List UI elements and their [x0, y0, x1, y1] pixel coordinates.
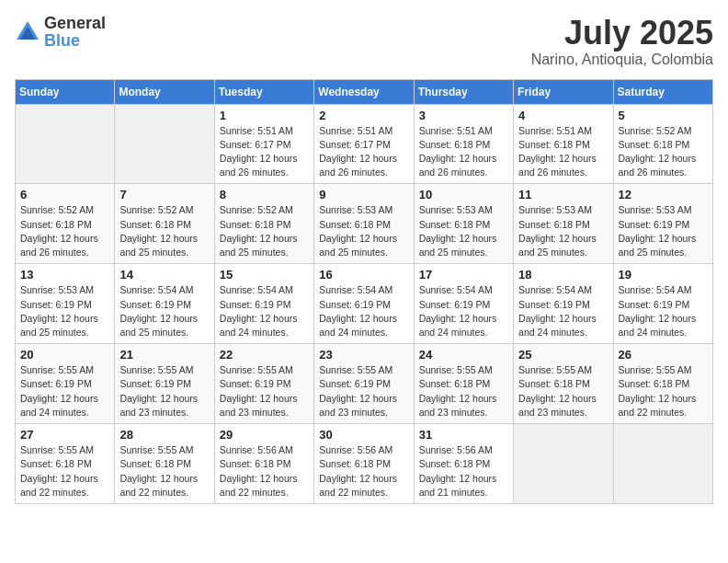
day-info: Sunrise: 5:55 AM Sunset: 6:19 PM Dayligh… [319, 363, 408, 419]
table-row: 23Sunrise: 5:55 AM Sunset: 6:19 PM Dayli… [314, 344, 414, 424]
day-number: 3 [419, 109, 508, 122]
table-row: 5Sunrise: 5:52 AM Sunset: 6:18 PM Daylig… [613, 104, 712, 184]
day-number: 22 [220, 348, 309, 362]
col-monday: Monday [115, 79, 214, 104]
day-number: 31 [419, 428, 508, 442]
day-info: Sunrise: 5:55 AM Sunset: 6:18 PM Dayligh… [419, 363, 508, 419]
table-row: 17Sunrise: 5:54 AM Sunset: 6:19 PM Dayli… [414, 264, 513, 344]
table-row: 19Sunrise: 5:54 AM Sunset: 6:19 PM Dayli… [613, 264, 712, 344]
table-row: 1Sunrise: 5:51 AM Sunset: 6:17 PM Daylig… [214, 104, 313, 184]
day-number: 9 [319, 188, 408, 201]
day-info: Sunrise: 5:51 AM Sunset: 6:18 PM Dayligh… [419, 124, 508, 180]
table-row: 22Sunrise: 5:55 AM Sunset: 6:19 PM Dayli… [214, 344, 313, 424]
day-info: Sunrise: 5:54 AM Sunset: 6:19 PM Dayligh… [619, 283, 708, 339]
day-number: 29 [220, 428, 309, 442]
calendar-week-1: 1Sunrise: 5:51 AM Sunset: 6:17 PM Daylig… [16, 104, 713, 184]
day-info: Sunrise: 5:53 AM Sunset: 6:19 PM Dayligh… [619, 203, 708, 259]
table-row: 30Sunrise: 5:56 AM Sunset: 6:18 PM Dayli… [314, 424, 414, 504]
day-info: Sunrise: 5:55 AM Sunset: 6:18 PM Dayligh… [20, 443, 109, 500]
table-row: 18Sunrise: 5:54 AM Sunset: 6:19 PM Dayli… [514, 264, 613, 344]
table-row: 15Sunrise: 5:54 AM Sunset: 6:19 PM Dayli… [214, 264, 313, 344]
day-number: 1 [220, 109, 309, 122]
logo-text-general: General [44, 14, 106, 32]
table-row: 16Sunrise: 5:54 AM Sunset: 6:19 PM Dayli… [314, 264, 414, 344]
day-info: Sunrise: 5:51 AM Sunset: 6:17 PM Dayligh… [220, 124, 309, 180]
day-info: Sunrise: 5:52 AM Sunset: 6:18 PM Dayligh… [619, 124, 708, 180]
day-info: Sunrise: 5:55 AM Sunset: 6:19 PM Dayligh… [119, 363, 209, 419]
day-info: Sunrise: 5:56 AM Sunset: 6:18 PM Dayligh… [419, 443, 508, 500]
day-info: Sunrise: 5:52 AM Sunset: 6:18 PM Dayligh… [119, 203, 209, 259]
col-wednesday: Wednesday [314, 79, 414, 104]
col-friday: Friday [514, 79, 613, 104]
col-thursday: Thursday [414, 79, 513, 104]
table-row: 14Sunrise: 5:54 AM Sunset: 6:19 PM Dayli… [115, 264, 214, 344]
table-row: 21Sunrise: 5:55 AM Sunset: 6:19 PM Dayli… [115, 344, 214, 424]
table-row: 20Sunrise: 5:55 AM Sunset: 6:19 PM Dayli… [16, 344, 115, 424]
day-info: Sunrise: 5:54 AM Sunset: 6:19 PM Dayligh… [220, 283, 309, 339]
table-row: 31Sunrise: 5:56 AM Sunset: 6:18 PM Dayli… [414, 424, 513, 504]
day-info: Sunrise: 5:53 AM Sunset: 6:19 PM Dayligh… [20, 283, 109, 339]
table-row: 26Sunrise: 5:55 AM Sunset: 6:18 PM Dayli… [613, 344, 712, 424]
day-number: 4 [518, 109, 608, 122]
title-block: July 2025 Narino, Antioquia, Colombia [531, 15, 713, 68]
calendar-table: Sunday Monday Tuesday Wednesday Thursday… [15, 79, 713, 504]
day-number: 7 [119, 188, 209, 201]
day-number: 24 [419, 348, 508, 362]
day-number: 20 [20, 348, 109, 362]
logo-icon [15, 19, 40, 45]
calendar-week-2: 6Sunrise: 5:52 AM Sunset: 6:18 PM Daylig… [16, 184, 713, 264]
table-row: 28Sunrise: 5:55 AM Sunset: 6:18 PM Dayli… [115, 424, 214, 504]
day-info: Sunrise: 5:55 AM Sunset: 6:19 PM Dayligh… [20, 363, 109, 419]
table-row: 10Sunrise: 5:53 AM Sunset: 6:18 PM Dayli… [414, 184, 513, 264]
table-row [613, 424, 712, 504]
day-number: 12 [619, 188, 708, 201]
calendar-week-4: 20Sunrise: 5:55 AM Sunset: 6:19 PM Dayli… [16, 344, 713, 424]
day-number: 6 [20, 188, 109, 201]
day-info: Sunrise: 5:54 AM Sunset: 6:19 PM Dayligh… [319, 283, 408, 339]
table-row [16, 104, 115, 184]
table-row: 6Sunrise: 5:52 AM Sunset: 6:18 PM Daylig… [16, 184, 115, 264]
table-row: 9Sunrise: 5:53 AM Sunset: 6:18 PM Daylig… [314, 184, 414, 264]
day-info: Sunrise: 5:54 AM Sunset: 6:19 PM Dayligh… [518, 283, 608, 339]
day-info: Sunrise: 5:56 AM Sunset: 6:18 PM Dayligh… [220, 443, 309, 500]
day-info: Sunrise: 5:52 AM Sunset: 6:18 PM Dayligh… [20, 203, 109, 259]
day-number: 30 [319, 428, 408, 442]
day-number: 14 [119, 268, 209, 282]
table-row [514, 424, 613, 504]
day-info: Sunrise: 5:56 AM Sunset: 6:18 PM Dayligh… [319, 443, 408, 500]
day-number: 11 [518, 188, 608, 201]
location-title: Narino, Antioquia, Colombia [531, 52, 713, 68]
table-row: 4Sunrise: 5:51 AM Sunset: 6:18 PM Daylig… [514, 104, 613, 184]
calendar-week-3: 13Sunrise: 5:53 AM Sunset: 6:19 PM Dayli… [16, 264, 713, 344]
day-info: Sunrise: 5:55 AM Sunset: 6:18 PM Dayligh… [619, 363, 708, 419]
table-row: 2Sunrise: 5:51 AM Sunset: 6:17 PM Daylig… [314, 104, 414, 184]
day-number: 27 [20, 428, 109, 442]
day-info: Sunrise: 5:53 AM Sunset: 6:18 PM Dayligh… [518, 203, 608, 259]
logo: General Blue [15, 15, 106, 50]
day-info: Sunrise: 5:55 AM Sunset: 6:19 PM Dayligh… [220, 363, 309, 419]
day-number: 2 [319, 109, 408, 122]
col-saturday: Saturday [613, 79, 712, 104]
day-info: Sunrise: 5:55 AM Sunset: 6:18 PM Dayligh… [518, 363, 608, 419]
day-info: Sunrise: 5:51 AM Sunset: 6:18 PM Dayligh… [518, 124, 608, 180]
page-header: General Blue July 2025 Narino, Antioquia… [15, 15, 713, 68]
day-number: 16 [319, 268, 408, 282]
day-info: Sunrise: 5:51 AM Sunset: 6:17 PM Dayligh… [319, 124, 408, 180]
month-title: July 2025 [531, 15, 713, 52]
day-number: 21 [119, 348, 209, 362]
day-number: 17 [419, 268, 508, 282]
table-row: 13Sunrise: 5:53 AM Sunset: 6:19 PM Dayli… [16, 264, 115, 344]
table-row: 11Sunrise: 5:53 AM Sunset: 6:18 PM Dayli… [514, 184, 613, 264]
col-sunday: Sunday [16, 79, 115, 104]
day-number: 26 [619, 348, 708, 362]
day-info: Sunrise: 5:54 AM Sunset: 6:19 PM Dayligh… [419, 283, 508, 339]
day-number: 15 [220, 268, 309, 282]
day-number: 5 [619, 109, 708, 122]
day-number: 13 [20, 268, 109, 282]
col-tuesday: Tuesday [214, 79, 313, 104]
calendar-week-5: 27Sunrise: 5:55 AM Sunset: 6:18 PM Dayli… [16, 424, 713, 504]
calendar-header: Sunday Monday Tuesday Wednesday Thursday… [16, 79, 713, 104]
day-info: Sunrise: 5:53 AM Sunset: 6:18 PM Dayligh… [419, 203, 508, 259]
table-row: 3Sunrise: 5:51 AM Sunset: 6:18 PM Daylig… [414, 104, 513, 184]
table-row: 8Sunrise: 5:52 AM Sunset: 6:18 PM Daylig… [214, 184, 313, 264]
